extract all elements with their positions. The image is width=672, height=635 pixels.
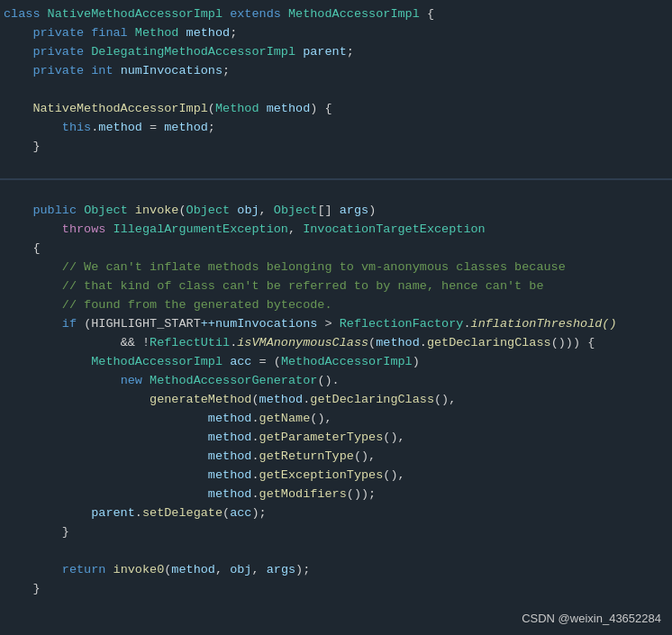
- code-line: if (HIGHLIGHT_START++numInvocations > Re…: [0, 315, 672, 334]
- line-content: method.getExceptionTypes(),: [0, 467, 672, 485]
- code-line: NativeMethodAccessorImpl(Method method) …: [0, 100, 672, 119]
- line-content: [0, 157, 672, 176]
- line-content: }: [0, 523, 672, 542]
- line-content: public Object invoke(Object obj, Object[…: [0, 202, 672, 221]
- line-content: if (HIGHLIGHT_START++numInvocations > Re…: [0, 315, 672, 334]
- code-line: }: [0, 580, 672, 599]
- code-line: private DelegatingMethodAccessorImpl par…: [0, 43, 672, 62]
- code-line: private final Method method;: [0, 24, 672, 43]
- line-content: method.getName(),: [0, 410, 672, 429]
- code-line: }: [0, 523, 672, 542]
- code-line: // We can't inflate methods belonging to…: [0, 259, 672, 277]
- line-content: MethodAccessorImpl acc = (MethodAccessor…: [0, 353, 672, 372]
- line-content: // We can't inflate methods belonging to…: [0, 259, 672, 277]
- line-content: }: [0, 138, 672, 157]
- code-line: method.getName(),: [0, 410, 672, 429]
- code-line: // found from the generated bytecode.: [0, 296, 672, 315]
- line-content: private int numInvocations;: [0, 62, 672, 81]
- code-line: method.getParameterTypes(),: [0, 429, 672, 448]
- code-line: [0, 542, 672, 561]
- watermark: CSDN @weixin_43652284: [522, 610, 661, 628]
- code-line: parent.setDelegate(acc);: [0, 504, 672, 523]
- line-content: class NativeMethodAccessorImpl extends M…: [0, 5, 672, 24]
- code-line: generateMethod(method.getDeclaringClass(…: [0, 391, 672, 410]
- code-line: && !ReflectUtil.isVMAnonymousClass(metho…: [0, 334, 672, 353]
- code-line: }: [0, 138, 672, 157]
- line-content: return invoke0(method, obj, args);: [0, 561, 672, 580]
- line-content: generateMethod(method.getDeclaringClass(…: [0, 391, 672, 410]
- code-line: return invoke0(method, obj, args);: [0, 561, 672, 580]
- line-content: throws IllegalArgumentException, Invocat…: [0, 221, 672, 240]
- code-line: this.method = method;: [0, 119, 672, 138]
- code-line: private int numInvocations;: [0, 62, 672, 81]
- line-content: [0, 542, 672, 561]
- line-content: // that kind of class can't be referred …: [0, 277, 672, 296]
- code-line: method.getExceptionTypes(),: [0, 467, 672, 485]
- line-content: method.getReturnType(),: [0, 448, 672, 467]
- code-line: [0, 183, 672, 202]
- code-line: class NativeMethodAccessorImpl extends M…: [0, 5, 672, 24]
- line-content: }: [0, 580, 672, 599]
- line-content: // found from the generated bytecode.: [0, 296, 672, 315]
- code-line: // that kind of class can't be referred …: [0, 277, 672, 296]
- code-line: [0, 81, 672, 100]
- line-content: this.method = method;: [0, 119, 672, 138]
- line-content: {: [0, 240, 672, 259]
- code-line: new MethodAccessorGenerator().: [0, 372, 672, 391]
- line-content: [0, 81, 672, 100]
- line-content: [0, 183, 672, 202]
- line-content: new MethodAccessorGenerator().: [0, 372, 672, 391]
- code-line: public Object invoke(Object obj, Object[…: [0, 202, 672, 221]
- line-content: && !ReflectUtil.isVMAnonymousClass(metho…: [0, 334, 672, 353]
- line-content: parent.setDelegate(acc);: [0, 504, 672, 523]
- line-content: private final Method method;: [0, 24, 672, 43]
- line-content: method.getParameterTypes(),: [0, 429, 672, 448]
- code-line: MethodAccessorImpl acc = (MethodAccessor…: [0, 353, 672, 372]
- code-line: {: [0, 240, 672, 259]
- code-line: throws IllegalArgumentException, Invocat…: [0, 221, 672, 240]
- code-line: method.getModifiers());: [0, 485, 672, 504]
- code-editor: class NativeMethodAccessorImpl extends M…: [0, 0, 672, 635]
- line-content: method.getModifiers());: [0, 485, 672, 504]
- code-line: [0, 157, 672, 176]
- line-content: NativeMethodAccessorImpl(Method method) …: [0, 100, 672, 119]
- separator: [0, 178, 672, 180]
- line-content: private DelegatingMethodAccessorImpl par…: [0, 43, 672, 62]
- code-line: method.getReturnType(),: [0, 448, 672, 467]
